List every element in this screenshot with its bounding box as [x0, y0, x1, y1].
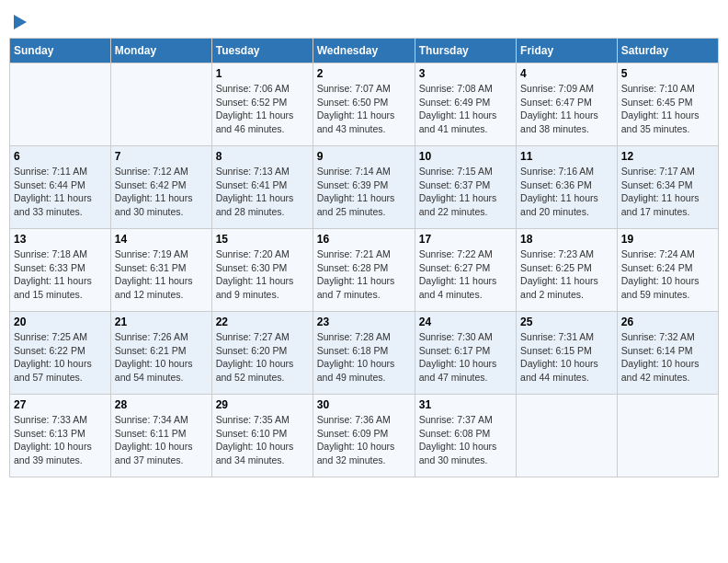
- day-number: 18: [520, 233, 613, 246]
- day-info: Sunrise: 7:25 AM Sunset: 6:22 PM Dayligh…: [14, 330, 107, 385]
- day-number: 17: [419, 233, 512, 246]
- day-of-week-header: Saturday: [617, 39, 718, 63]
- day-number: 28: [115, 398, 208, 411]
- day-of-week-header: Wednesday: [313, 39, 415, 63]
- day-number: 2: [317, 67, 411, 80]
- calendar-body: 1Sunrise: 7:06 AM Sunset: 6:52 PM Daylig…: [10, 63, 719, 477]
- calendar-week-row: 13Sunrise: 7:18 AM Sunset: 6:33 PM Dayli…: [10, 229, 719, 312]
- calendar-cell: 28Sunrise: 7:34 AM Sunset: 6:11 PM Dayli…: [110, 395, 211, 477]
- calendar-cell: 16Sunrise: 7:21 AM Sunset: 6:28 PM Dayli…: [313, 229, 415, 312]
- day-info: Sunrise: 7:20 AM Sunset: 6:30 PM Dayligh…: [216, 247, 309, 302]
- day-info: Sunrise: 7:21 AM Sunset: 6:28 PM Dayligh…: [317, 247, 411, 302]
- calendar-cell: 27Sunrise: 7:33 AM Sunset: 6:13 PM Dayli…: [10, 395, 111, 477]
- day-info: Sunrise: 7:17 AM Sunset: 6:34 PM Dayligh…: [621, 165, 714, 219]
- calendar-cell: 9Sunrise: 7:14 AM Sunset: 6:39 PM Daylig…: [313, 146, 415, 229]
- calendar-week-row: 20Sunrise: 7:25 AM Sunset: 6:22 PM Dayli…: [10, 312, 719, 395]
- day-number: 26: [621, 316, 714, 328]
- calendar-cell: 31Sunrise: 7:37 AM Sunset: 6:08 PM Dayli…: [415, 395, 516, 477]
- day-info: Sunrise: 7:26 AM Sunset: 6:21 PM Dayligh…: [115, 330, 208, 385]
- day-number: 22: [216, 316, 309, 328]
- calendar-cell: 18Sunrise: 7:23 AM Sunset: 6:25 PM Dayli…: [517, 229, 618, 312]
- day-number: 12: [621, 150, 714, 163]
- day-number: 7: [115, 150, 208, 163]
- calendar-cell: 14Sunrise: 7:19 AM Sunset: 6:31 PM Dayli…: [110, 229, 211, 312]
- calendar-cell: [10, 63, 111, 146]
- day-info: Sunrise: 7:24 AM Sunset: 6:24 PM Dayligh…: [621, 247, 714, 302]
- day-number: 23: [317, 316, 411, 328]
- day-info: Sunrise: 7:19 AM Sunset: 6:31 PM Dayligh…: [115, 247, 208, 302]
- day-of-week-header: Monday: [110, 39, 211, 63]
- calendar-cell: 29Sunrise: 7:35 AM Sunset: 6:10 PM Dayli…: [211, 395, 313, 477]
- logo-arrow-icon: [14, 15, 27, 29]
- day-info: Sunrise: 7:06 AM Sunset: 6:52 PM Dayligh…: [216, 82, 309, 136]
- day-info: Sunrise: 7:30 AM Sunset: 6:17 PM Dayligh…: [419, 330, 512, 385]
- calendar-cell: 23Sunrise: 7:28 AM Sunset: 6:18 PM Dayli…: [313, 312, 415, 395]
- day-info: Sunrise: 7:15 AM Sunset: 6:37 PM Dayligh…: [419, 165, 512, 219]
- calendar-cell: 15Sunrise: 7:20 AM Sunset: 6:30 PM Dayli…: [211, 229, 313, 312]
- day-info: Sunrise: 7:32 AM Sunset: 6:14 PM Dayligh…: [621, 330, 714, 385]
- calendar-cell: 3Sunrise: 7:08 AM Sunset: 6:49 PM Daylig…: [415, 63, 516, 146]
- day-info: Sunrise: 7:33 AM Sunset: 6:13 PM Dayligh…: [14, 413, 107, 467]
- day-number: 6: [14, 150, 107, 163]
- calendar-cell: 12Sunrise: 7:17 AM Sunset: 6:34 PM Dayli…: [617, 146, 718, 229]
- calendar-cell: 4Sunrise: 7:09 AM Sunset: 6:47 PM Daylig…: [517, 63, 618, 146]
- day-info: Sunrise: 7:11 AM Sunset: 6:44 PM Dayligh…: [14, 165, 107, 219]
- day-info: Sunrise: 7:27 AM Sunset: 6:20 PM Dayligh…: [216, 330, 309, 385]
- day-info: Sunrise: 7:36 AM Sunset: 6:09 PM Dayligh…: [317, 413, 411, 467]
- day-info: Sunrise: 7:28 AM Sunset: 6:18 PM Dayligh…: [317, 330, 411, 385]
- day-number: 9: [317, 150, 411, 163]
- day-number: 30: [317, 398, 411, 411]
- calendar-cell: [517, 395, 618, 477]
- calendar-cell: 22Sunrise: 7:27 AM Sunset: 6:20 PM Dayli…: [211, 312, 313, 395]
- calendar-cell: 17Sunrise: 7:22 AM Sunset: 6:27 PM Dayli…: [415, 229, 516, 312]
- day-info: Sunrise: 7:37 AM Sunset: 6:08 PM Dayligh…: [419, 413, 512, 467]
- calendar-week-row: 27Sunrise: 7:33 AM Sunset: 6:13 PM Dayli…: [10, 395, 719, 477]
- calendar-cell: 25Sunrise: 7:31 AM Sunset: 6:15 PM Dayli…: [517, 312, 618, 395]
- calendar-cell: 19Sunrise: 7:24 AM Sunset: 6:24 PM Dayli…: [617, 229, 718, 312]
- calendar-cell: 5Sunrise: 7:10 AM Sunset: 6:45 PM Daylig…: [617, 63, 718, 146]
- logo: [13, 9, 27, 30]
- calendar-cell: 6Sunrise: 7:11 AM Sunset: 6:44 PM Daylig…: [10, 146, 111, 229]
- day-number: 8: [216, 150, 309, 163]
- day-number: 19: [621, 233, 714, 246]
- day-number: 13: [14, 233, 107, 246]
- calendar-cell: [617, 395, 718, 477]
- day-info: Sunrise: 7:31 AM Sunset: 6:15 PM Dayligh…: [520, 330, 613, 385]
- day-info: Sunrise: 7:09 AM Sunset: 6:47 PM Dayligh…: [520, 82, 613, 136]
- day-number: 20: [14, 316, 107, 328]
- day-info: Sunrise: 7:35 AM Sunset: 6:10 PM Dayligh…: [216, 413, 309, 467]
- calendar-cell: 7Sunrise: 7:12 AM Sunset: 6:42 PM Daylig…: [110, 146, 211, 229]
- day-number: 27: [14, 398, 107, 411]
- day-number: 4: [520, 67, 613, 80]
- day-number: 5: [621, 67, 714, 80]
- day-info: Sunrise: 7:14 AM Sunset: 6:39 PM Dayligh…: [317, 165, 411, 219]
- calendar-cell: 30Sunrise: 7:36 AM Sunset: 6:09 PM Dayli…: [313, 395, 415, 477]
- day-info: Sunrise: 7:23 AM Sunset: 6:25 PM Dayligh…: [520, 247, 613, 302]
- day-info: Sunrise: 7:07 AM Sunset: 6:50 PM Dayligh…: [317, 82, 411, 136]
- day-info: Sunrise: 7:22 AM Sunset: 6:27 PM Dayligh…: [419, 247, 512, 302]
- day-info: Sunrise: 7:13 AM Sunset: 6:41 PM Dayligh…: [216, 165, 309, 219]
- calendar-cell: 8Sunrise: 7:13 AM Sunset: 6:41 PM Daylig…: [211, 146, 313, 229]
- page-header: [9, 9, 719, 30]
- calendar-cell: 26Sunrise: 7:32 AM Sunset: 6:14 PM Dayli…: [617, 312, 718, 395]
- calendar-cell: 2Sunrise: 7:07 AM Sunset: 6:50 PM Daylig…: [313, 63, 415, 146]
- day-number: 11: [520, 150, 613, 163]
- day-number: 25: [520, 316, 613, 328]
- calendar-header: SundayMondayTuesdayWednesdayThursdayFrid…: [10, 39, 719, 63]
- day-of-week-header: Friday: [517, 39, 618, 63]
- calendar-cell: 24Sunrise: 7:30 AM Sunset: 6:17 PM Dayli…: [415, 312, 516, 395]
- day-info: Sunrise: 7:18 AM Sunset: 6:33 PM Dayligh…: [14, 247, 107, 302]
- calendar-cell: 11Sunrise: 7:16 AM Sunset: 6:36 PM Dayli…: [517, 146, 618, 229]
- day-number: 14: [115, 233, 208, 246]
- day-number: 1: [216, 67, 309, 80]
- calendar-cell: 13Sunrise: 7:18 AM Sunset: 6:33 PM Dayli…: [10, 229, 111, 312]
- calendar-cell: 1Sunrise: 7:06 AM Sunset: 6:52 PM Daylig…: [211, 63, 313, 146]
- day-of-week-header: Thursday: [415, 39, 516, 63]
- calendar-cell: 10Sunrise: 7:15 AM Sunset: 6:37 PM Dayli…: [415, 146, 516, 229]
- calendar-cell: 20Sunrise: 7:25 AM Sunset: 6:22 PM Dayli…: [10, 312, 111, 395]
- day-number: 15: [216, 233, 309, 246]
- day-info: Sunrise: 7:12 AM Sunset: 6:42 PM Dayligh…: [115, 165, 208, 219]
- day-number: 16: [317, 233, 411, 246]
- calendar-week-row: 1Sunrise: 7:06 AM Sunset: 6:52 PM Daylig…: [10, 63, 719, 146]
- day-of-week-header: Tuesday: [211, 39, 313, 63]
